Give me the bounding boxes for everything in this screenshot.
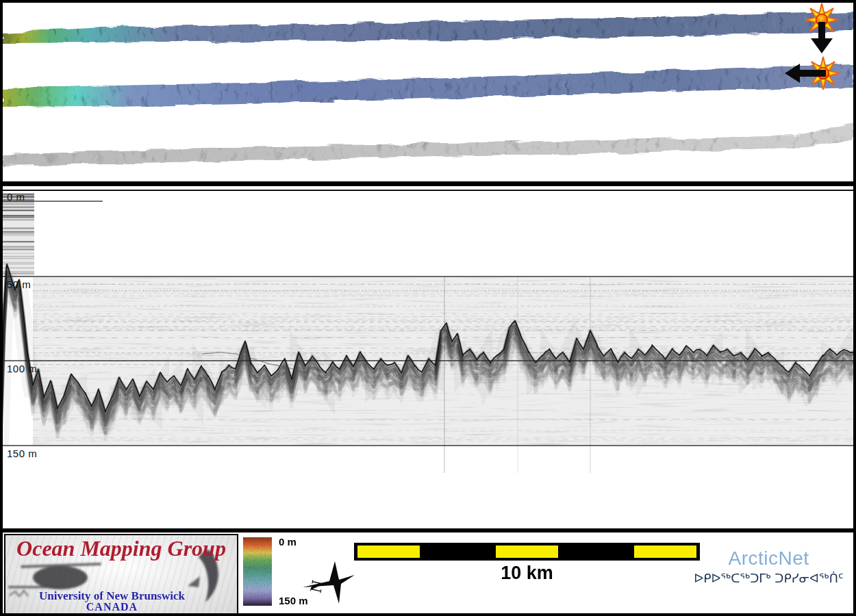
swath-strips-graphic (0, 0, 856, 181)
scale-bar-segment-black (423, 543, 492, 561)
scale-bar (354, 543, 700, 561)
scale-bar-segment-yellow (354, 543, 423, 561)
figure-root: 0 m 50 m 100 m 150 m Ocean Mapping Group… (0, 0, 856, 616)
depth-label-150m: 150 m (7, 448, 37, 459)
footer: Ocean Mapping Group University of New Br… (0, 532, 856, 616)
swath-panel (0, 0, 856, 181)
depth-colorbar (243, 537, 272, 606)
arcticnet-logo: ArcticNet ᐅᑭᐅᖅᑕᖅᑐᒥᒃ ᑐᑭᓯᓂᐊᖅᑏᑦ (681, 548, 856, 585)
scale-bar-label: 10 km (354, 563, 700, 584)
scale-bar-segment-black (562, 543, 631, 561)
colorbar-speckle (243, 537, 272, 606)
arcticnet-inuktitut: ᐅᑭᐅᖅᑕᖅᑐᒥᒃ ᑐᑭᓯᓂᐊᖅᑏᑦ (681, 571, 856, 585)
depth-label-50m: 50 m (7, 279, 31, 290)
scale-bar-segment-yellow (492, 543, 562, 561)
helicopter-silhouette (33, 566, 88, 589)
panel-separator (0, 181, 856, 186)
colorbar-top-label: 0 m (279, 536, 297, 548)
panel-separator (0, 528, 856, 532)
arcticnet-name: ArcticNet (681, 548, 856, 569)
depth-label-100m: 100 m (7, 363, 37, 374)
omg-country: CANADA (5, 601, 218, 613)
subbottom-profile-panel: 0 m 50 m 100 m 150 m (0, 190, 856, 530)
north-letter: N (307, 578, 327, 594)
ocean-mapping-group-logo: Ocean Mapping Group University of New Br… (4, 534, 238, 615)
echogram-graphic (0, 191, 856, 530)
depth-label-0m: 0 m (7, 191, 25, 203)
omg-title: Ocean Mapping Group (5, 536, 237, 561)
